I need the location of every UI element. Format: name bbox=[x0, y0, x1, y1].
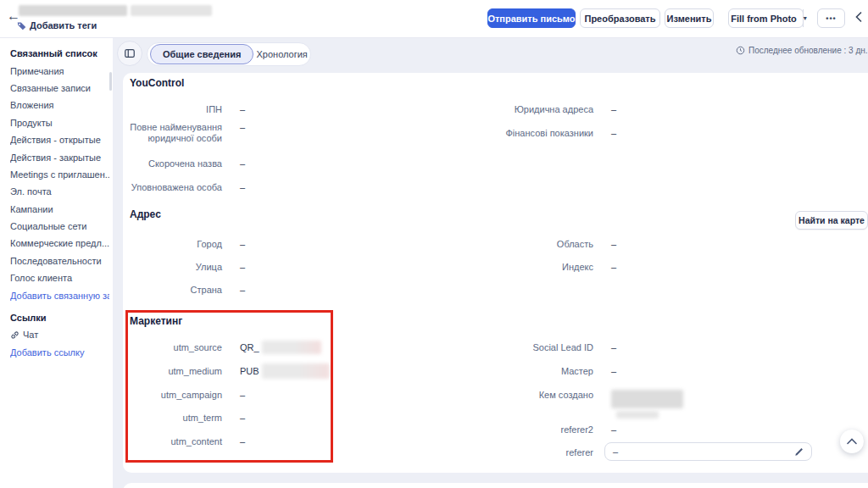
pencil-icon[interactable] bbox=[794, 447, 804, 457]
send-email-button[interactable]: Отправить письмо bbox=[487, 8, 576, 28]
field-value: – bbox=[240, 239, 245, 250]
collapse-panel-icon[interactable] bbox=[854, 11, 863, 23]
sidebar-item-voice-of-customer[interactable]: Голос клиента bbox=[10, 269, 109, 286]
sidebar-item-notes[interactable]: Примечания bbox=[10, 62, 109, 79]
scroll-to-top-button[interactable] bbox=[840, 430, 864, 453]
referer-input[interactable]: – bbox=[604, 442, 812, 461]
sidebar-scrollbar[interactable] bbox=[109, 72, 112, 91]
record-title-redacted bbox=[19, 5, 127, 16]
field-row: referer2 – bbox=[475, 424, 616, 435]
referer-value: – bbox=[613, 446, 794, 457]
details-card: YouControl ІПН – Повне найменування юрид… bbox=[123, 73, 868, 473]
last-update-text: Последнее обновление : 3 дн. на bbox=[748, 46, 868, 55]
field-label: utm_medium bbox=[127, 366, 222, 377]
field-label: Область bbox=[475, 239, 593, 250]
field-label: Юридична адреса bbox=[475, 104, 593, 115]
field-label: Social Lead ID bbox=[475, 342, 593, 353]
next-section-card bbox=[123, 483, 868, 488]
edit-button[interactable]: Изменить bbox=[665, 8, 714, 28]
field-value: – bbox=[240, 182, 245, 193]
add-tags-button[interactable]: Добавить теги bbox=[17, 20, 97, 30]
sidebar-item-campaigns[interactable]: Кампании bbox=[10, 201, 109, 218]
sidebar-item-attachments[interactable]: Вложения bbox=[10, 97, 109, 114]
clock-icon bbox=[736, 46, 745, 55]
field-row: Повне найменування юридичної особи – bbox=[127, 122, 245, 144]
last-update-status: Последнее обновление : 3 дн. на bbox=[736, 46, 868, 55]
record-detail-main: Общие сведения Хронология Последнее обно… bbox=[113, 38, 868, 488]
chevron-down-icon[interactable]: ▾ bbox=[803, 9, 807, 27]
field-value: – bbox=[611, 239, 616, 250]
field-row: utm_content – bbox=[127, 436, 245, 447]
field-value: – bbox=[240, 122, 245, 133]
field-label: Мастер bbox=[475, 366, 593, 377]
fill-from-photo-label: Fill from Photo bbox=[725, 14, 803, 24]
section-title-address: Адрес bbox=[130, 208, 161, 220]
redacted-value bbox=[262, 341, 321, 354]
field-row: Скорочена назва – bbox=[127, 158, 245, 169]
business-card-view-button[interactable] bbox=[117, 41, 142, 66]
field-label: Улица bbox=[127, 262, 222, 273]
field-row: Уповноважена особа – bbox=[127, 182, 245, 193]
field-label: referer2 bbox=[475, 424, 593, 435]
tab-overview[interactable]: Общие сведения bbox=[150, 44, 253, 64]
redacted-value bbox=[262, 363, 330, 379]
add-link-link[interactable]: Добавить ссылку bbox=[10, 344, 109, 361]
section-title-marketing: Маркетинг bbox=[130, 315, 182, 327]
field-label: utm_term bbox=[127, 413, 222, 424]
field-value: – bbox=[240, 104, 245, 115]
detail-tabs: Общие сведения Хронология bbox=[147, 42, 311, 66]
field-row: Город – bbox=[127, 239, 245, 250]
field-label: utm_source bbox=[127, 342, 222, 353]
find-on-map-button[interactable]: Найти на карте bbox=[795, 211, 868, 230]
field-value: – bbox=[611, 104, 616, 115]
sidebar-item-chat[interactable]: Чат bbox=[10, 326, 109, 343]
sidebar-item-email[interactable]: Эл. почта bbox=[10, 183, 109, 200]
field-value: – bbox=[611, 342, 616, 353]
convert-button[interactable]: Преобразовать bbox=[580, 8, 660, 28]
tab-timeline[interactable]: Хронология bbox=[253, 49, 310, 59]
redacted-value bbox=[611, 390, 683, 408]
top-bar: ← Добавить теги Отправить письмо Преобра… bbox=[0, 0, 868, 38]
field-value: – bbox=[240, 285, 245, 296]
add-tags-label: Добавить теги bbox=[30, 20, 97, 30]
field-row: ІПН – bbox=[127, 104, 245, 115]
sidebar-item-products[interactable]: Продукты bbox=[10, 114, 109, 131]
chat-label: Чат bbox=[23, 330, 38, 340]
field-row: Область – bbox=[475, 239, 616, 250]
field-value: – bbox=[240, 262, 245, 273]
field-value: – bbox=[611, 366, 616, 377]
utm-source-value: QR_ bbox=[240, 342, 259, 352]
field-label: Повне найменування юридичної особи bbox=[127, 122, 222, 144]
field-row: Мастер – bbox=[475, 366, 616, 377]
sidebar-item-quotes[interactable]: Коммерческие предл... bbox=[10, 235, 109, 252]
field-row: utm_medium PUB bbox=[127, 366, 330, 379]
field-row: utm_source QR_ bbox=[127, 342, 321, 354]
field-value: – bbox=[240, 390, 245, 401]
fill-from-photo-button[interactable]: Fill from Photo ▾ bbox=[728, 8, 804, 28]
sidebar-item-social[interactable]: Социальные сети bbox=[10, 218, 109, 235]
ellipsis-icon: ••• bbox=[826, 14, 836, 23]
more-actions-button[interactable]: ••• bbox=[817, 8, 845, 28]
sidebar-header-links: Ссылки bbox=[10, 309, 109, 326]
field-label: referer bbox=[475, 447, 593, 458]
field-row: Улица – bbox=[127, 262, 245, 273]
field-value bbox=[611, 390, 683, 419]
sidebar-header-related: Связанный список bbox=[10, 45, 109, 62]
field-row: Social Lead ID – bbox=[475, 342, 616, 353]
sidebar-item-open-activities[interactable]: Действия - открытые bbox=[10, 131, 109, 148]
field-value: – bbox=[611, 128, 616, 139]
field-label: Кем создано bbox=[475, 390, 593, 401]
field-value: – bbox=[240, 436, 245, 447]
field-label: ІПН bbox=[127, 104, 222, 115]
related-list-sidebar: Связанный список Примечания Связанные за… bbox=[0, 38, 113, 488]
tag-icon bbox=[17, 21, 26, 30]
sidebar-item-related-records[interactable]: Связанные записи bbox=[10, 80, 109, 97]
sidebar-item-closed-activities[interactable]: Действия - закрытые bbox=[10, 148, 109, 165]
sidebar-item-cadences[interactable]: Последовательности bbox=[10, 252, 109, 269]
field-value: – bbox=[240, 158, 245, 169]
sidebar-item-meetings[interactable]: Meetings с приглашен... bbox=[10, 166, 109, 183]
redacted-value-2 bbox=[616, 411, 659, 419]
field-label: Фінансові показники bbox=[475, 128, 593, 139]
add-related-task-link[interactable]: Добавить связанную задачу bbox=[10, 286, 109, 303]
field-label: Страна bbox=[127, 285, 222, 296]
